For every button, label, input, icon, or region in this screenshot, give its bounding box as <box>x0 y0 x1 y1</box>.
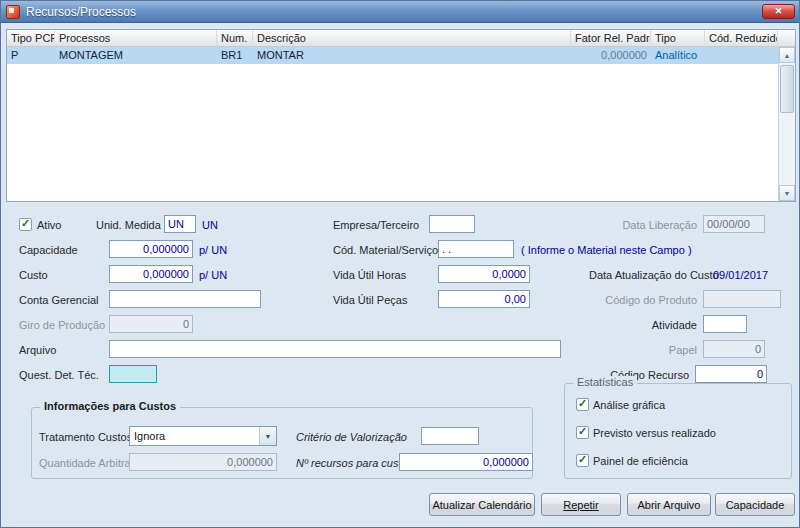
quest-det-tec-label: Quest. Det. Téc. <box>19 369 99 382</box>
grid-col-fator-rel-padrao[interactable]: Fator Rel. Padrão <box>571 30 651 47</box>
grid-col-processos[interactable]: Processos <box>55 30 217 47</box>
tratamento-custos-value: Ignora <box>130 430 259 442</box>
estatisticas-group-title: Estatísticas <box>573 376 637 388</box>
previsto-versus-realizado-label: Previsto versus realizado <box>593 427 716 440</box>
check-icon: ✓ <box>578 425 587 438</box>
cell-descricao: MONTAR <box>253 47 571 64</box>
scroll-up-button[interactable]: ▲ <box>779 47 795 63</box>
check-icon: ✓ <box>578 453 587 466</box>
tratamento-custos-label: Tratamento Custos <box>39 431 132 444</box>
tratamento-custos-select[interactable]: Ignora ▼ <box>129 426 277 446</box>
scroll-up-icon: ▲ <box>784 52 791 59</box>
arquivo-input[interactable] <box>109 340 561 358</box>
quantidade-arbitrada-label: Quantidade Arbitrada <box>39 457 143 470</box>
empresa-terceiro-input[interactable] <box>429 215 475 233</box>
giro-producao-input <box>109 315 193 333</box>
vida-util-horas-input[interactable] <box>438 265 530 283</box>
criterio-valorizacao-input[interactable] <box>421 427 479 445</box>
grid-col-tipo[interactable]: Tipo <box>651 30 705 47</box>
custo-input[interactable] <box>109 265 193 283</box>
unid-medida-label: Unid. Medida <box>96 219 161 232</box>
custo-label: Custo <box>19 269 48 282</box>
conta-gerencial-label: Conta Gerencial <box>19 294 99 307</box>
cod-material-hint: ( Informe o Material neste Campo ) <box>521 244 692 257</box>
scroll-down-icon: ▼ <box>784 190 791 197</box>
check-icon: ✓ <box>578 397 587 410</box>
cod-material-servico-input[interactable] <box>438 240 514 258</box>
papel-input <box>703 340 765 358</box>
codigo-produto-label: Código do Produto <box>589 294 697 307</box>
analise-grafica-checkbox[interactable]: ✓ <box>576 398 589 411</box>
painel-de-eficiencia-label: Painel de eficiência <box>593 455 688 468</box>
analise-grafica-label: Análise gráfica <box>593 399 665 412</box>
scroll-thumb[interactable] <box>780 65 794 113</box>
window-title: Recursos/Processos <box>26 5 136 19</box>
capacidade-button[interactable]: Capacidade <box>715 493 795 516</box>
atividade-label: Atividade <box>621 319 697 332</box>
informacoes-para-custos-title: Informações para Custos <box>40 400 180 412</box>
codigo-recurso-input[interactable] <box>695 365 767 383</box>
ativo-checkbox[interactable]: ✓ <box>19 218 32 231</box>
cell-tipo: Analítico <box>651 47 705 64</box>
criterio-valorizacao-label: Critério de Valorização <box>296 431 407 444</box>
grid-col-tipo-pcp[interactable]: Tipo PCP <box>7 30 55 47</box>
chevron-down-icon: ▼ <box>259 427 276 445</box>
data-atualizacao-custo-label: Data Atualização do Custo <box>589 269 719 282</box>
cell-cod-reduzido <box>705 47 778 64</box>
data-atualizacao-custo-value: 09/01/2017 <box>713 269 768 282</box>
vida-util-horas-label: Vida Útil Horas <box>333 269 406 282</box>
unid-medida-suffix: UN <box>202 219 218 232</box>
codigo-produto-input <box>703 290 781 308</box>
arquivo-label: Arquivo <box>19 344 56 357</box>
data-liberacao-label: Data Liberação <box>589 219 697 232</box>
grid-row-selected[interactable]: P MONTAGEM BR1 MONTAR 0,000000 Analítico <box>7 47 795 64</box>
abrir-arquivo-button[interactable]: Abrir Arquivo <box>627 493 711 516</box>
quest-det-tec-input[interactable] <box>109 365 157 383</box>
grid-header-filler <box>778 30 795 47</box>
grid-vscrollbar[interactable]: ▲ ▼ <box>778 47 795 201</box>
n-recursos-para-custos-label: Nº recursos para custos <box>296 457 413 470</box>
atividade-input[interactable] <box>703 315 747 333</box>
capacidade-suffix: p/ UN <box>199 244 227 257</box>
painel-de-eficiencia-checkbox[interactable]: ✓ <box>576 454 589 467</box>
titlebar: Recursos/Processos ✕ <box>1 1 799 23</box>
previsto-versus-realizado-checkbox[interactable]: ✓ <box>576 426 589 439</box>
grid-col-num[interactable]: Num. <box>217 30 253 47</box>
unid-medida-input[interactable] <box>164 215 196 233</box>
close-icon: ✕ <box>775 6 783 16</box>
cell-fator-rel-padrao: 0,000000 <box>571 47 651 64</box>
process-grid: Tipo PCP Processos Num. Descrição Fator … <box>6 29 796 202</box>
vida-util-pecas-input[interactable] <box>438 290 530 308</box>
cell-processos: MONTAGEM <box>55 47 217 64</box>
capacidade-label: Capacidade <box>19 244 78 257</box>
atualizar-calendario-button[interactable]: Atualizar Calendário <box>429 493 535 516</box>
cell-num: BR1 <box>217 47 253 64</box>
ativo-label: Ativo <box>37 219 61 232</box>
empresa-terceiro-label: Empresa/Terceiro <box>333 219 419 232</box>
repetir-button[interactable]: Repetir <box>541 493 621 516</box>
vida-util-pecas-label: Vida Útil Peças <box>333 294 407 307</box>
cod-material-servico-label: Cód. Material/Serviço <box>333 244 438 257</box>
n-recursos-para-custos-input[interactable] <box>399 453 533 471</box>
scroll-down-button[interactable]: ▼ <box>779 185 795 201</box>
grid-header: Tipo PCP Processos Num. Descrição Fator … <box>7 30 795 47</box>
close-button[interactable]: ✕ <box>762 4 795 19</box>
check-icon: ✓ <box>21 217 30 230</box>
giro-producao-label: Giro de Produção <box>19 319 105 332</box>
conta-gerencial-input[interactable] <box>109 290 261 308</box>
cell-tipo-pcp: P <box>7 47 55 64</box>
app-icon <box>6 5 20 19</box>
papel-label: Papel <box>621 344 697 357</box>
dialog-recursos-processos: Recursos/Processos ✕ Tipo PCP Processos … <box>0 0 800 528</box>
quantidade-arbitrada-input <box>129 453 277 471</box>
grid-col-cod-reduzido[interactable]: Cód. Reduzido <box>705 30 778 47</box>
grid-col-descricao[interactable]: Descrição <box>253 30 571 47</box>
data-liberacao-input <box>703 215 765 233</box>
capacidade-input[interactable] <box>109 240 193 258</box>
custo-suffix: p/ UN <box>199 269 227 282</box>
